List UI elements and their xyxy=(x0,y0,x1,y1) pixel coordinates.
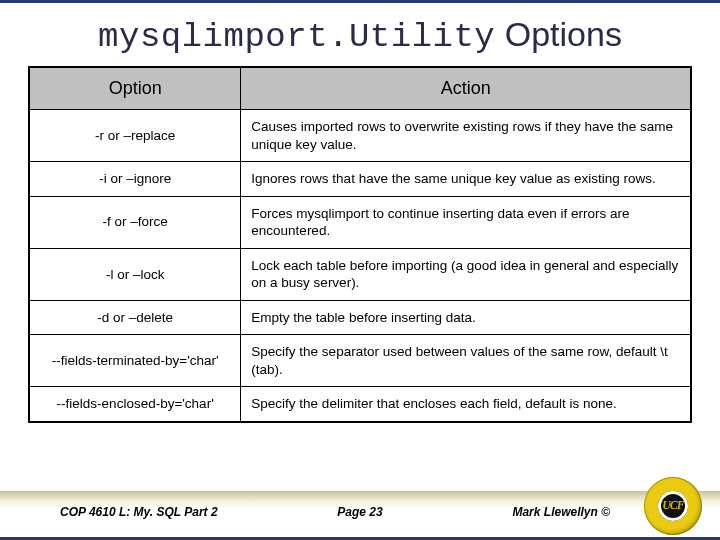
page-title: mysqlimport.Utility Options xyxy=(0,3,720,66)
ucf-logo-icon: UCF xyxy=(644,477,702,535)
cell-action: Lock each table before importing (a good… xyxy=(241,248,691,300)
cell-action: Forces mysqlimport to continue inserting… xyxy=(241,196,691,248)
table-row: -l or –lockLock each table before import… xyxy=(29,248,691,300)
table-row: --fields-terminated-by='char'Specify the… xyxy=(29,335,691,387)
table-row: -f or –forceForces mysqlimport to contin… xyxy=(29,196,691,248)
footer: COP 4610 L: My. SQL Part 2 Page 23 Mark … xyxy=(0,491,720,537)
cell-option: --fields-terminated-by='char' xyxy=(29,335,241,387)
slide: mysqlimport.Utility Options Option Actio… xyxy=(0,0,720,540)
cell-option: -i or –ignore xyxy=(29,162,241,197)
cell-option: -r or –replace xyxy=(29,110,241,162)
cell-action: Ignores rows that have the same unique k… xyxy=(241,162,691,197)
footer-author: Mark Llewellyn © xyxy=(512,505,610,519)
table-row: -r or –replaceCauses imported rows to ov… xyxy=(29,110,691,162)
table-container: Option Action -r or –replaceCauses impor… xyxy=(0,66,720,491)
table-row: -i or –ignoreIgnores rows that have the … xyxy=(29,162,691,197)
table-header-row: Option Action xyxy=(29,67,691,110)
footer-page: Page 23 xyxy=(337,505,382,519)
header-option: Option xyxy=(29,67,241,110)
cell-action: Specify the delimiter that encloses each… xyxy=(241,387,691,422)
cell-option: -d or –delete xyxy=(29,300,241,335)
table-row: --fields-enclosed-by='char'Specify the d… xyxy=(29,387,691,422)
title-rest: Options xyxy=(495,15,622,53)
cell-option: -l or –lock xyxy=(29,248,241,300)
table-row: -d or –deleteEmpty the table before inse… xyxy=(29,300,691,335)
cell-action: Causes imported rows to overwrite existi… xyxy=(241,110,691,162)
header-action: Action xyxy=(241,67,691,110)
cell-action: Specify the separator used between value… xyxy=(241,335,691,387)
title-mono: mysqlimport.Utility xyxy=(98,18,495,56)
footer-course: COP 4610 L: My. SQL Part 2 xyxy=(60,505,218,519)
cell-option: --fields-enclosed-by='char' xyxy=(29,387,241,422)
cell-option: -f or –force xyxy=(29,196,241,248)
cell-action: Empty the table before inserting data. xyxy=(241,300,691,335)
options-table: Option Action -r or –replaceCauses impor… xyxy=(28,66,692,423)
